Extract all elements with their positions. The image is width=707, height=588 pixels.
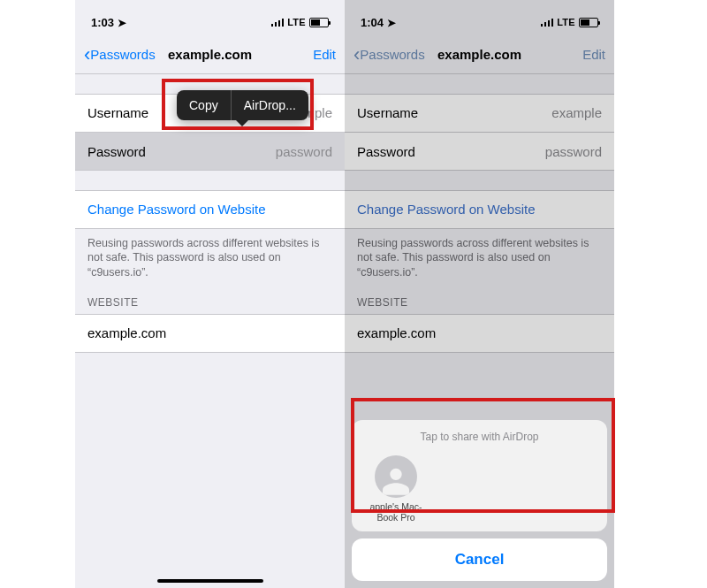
cancel-button[interactable]: Cancel (352, 538, 607, 581)
security-footer: Reusing passwords across different websi… (75, 229, 345, 285)
status-time-text: 1:03 (91, 16, 114, 29)
battery-icon (309, 18, 329, 27)
back-button[interactable]: ‹ Passwords (84, 45, 156, 65)
change-password-link[interactable]: Change Password on Website (345, 190, 614, 229)
back-label: Passwords (360, 47, 424, 62)
username-row[interactable]: Username example (345, 94, 614, 133)
nav-bar: ‹ Passwords example.com Edit (75, 35, 345, 74)
battery-icon (579, 18, 598, 27)
change-password-link[interactable]: Change Password on Website (75, 190, 345, 229)
sheet-title: Tap to share with AirDrop (361, 431, 598, 443)
airdrop-card: Tap to share with AirDrop apple's Mac-Bo… (352, 420, 607, 531)
link-label: Change Password on Website (87, 202, 266, 217)
password-row[interactable]: Password password (345, 132, 614, 171)
link-label: Change Password on Website (357, 202, 536, 217)
back-button[interactable]: ‹ Passwords (354, 45, 425, 65)
status-time: 1:03 ➤ (91, 16, 126, 29)
location-arrow-icon: ➤ (387, 17, 396, 29)
row-label: Password (357, 144, 415, 159)
location-arrow-icon: ➤ (118, 17, 126, 29)
phone-left: 1:03 ➤ LTE ‹ Passwords example.com Edit … (75, 0, 345, 588)
chevron-left-icon: ‹ (354, 45, 360, 65)
menu-airdrop[interactable]: AirDrop... (232, 90, 308, 120)
network-label: LTE (557, 17, 575, 27)
row-value: example.com (357, 325, 436, 340)
back-label: Passwords (90, 47, 155, 62)
row-label: Username (357, 105, 418, 120)
person-avatar-icon (375, 455, 417, 498)
airdrop-target-label: apple's Mac-Book Pro (369, 501, 422, 523)
context-menu: Copy AirDrop... (177, 90, 308, 120)
network-label: LTE (287, 17, 306, 27)
phone-right: 1:04 ➤ LTE ‹ Passwords example.com Edit … (345, 0, 614, 588)
signal-icon (541, 18, 554, 27)
status-bar: 1:04 ➤ LTE (345, 0, 614, 35)
edit-button[interactable]: Edit (582, 47, 605, 62)
airdrop-sheet: Tap to share with AirDrop apple's Mac-Bo… (352, 420, 607, 581)
status-right: LTE (541, 17, 598, 27)
row-label: Password (87, 144, 146, 159)
home-indicator[interactable] (157, 579, 263, 583)
website-row[interactable]: example.com (75, 314, 345, 353)
security-footer: Reusing passwords across different websi… (345, 229, 614, 285)
website-row[interactable]: example.com (345, 314, 614, 353)
status-time: 1:04 ➤ (361, 16, 396, 29)
row-value: example.com (87, 325, 166, 340)
edit-button[interactable]: Edit (313, 47, 336, 62)
row-value: password (276, 144, 332, 159)
menu-copy[interactable]: Copy (177, 90, 231, 120)
signal-icon (271, 18, 285, 27)
row-label: Username (87, 105, 148, 120)
section-header-website: WEBSITE (345, 284, 614, 314)
password-row[interactable]: Password password (75, 132, 345, 171)
status-time-text: 1:04 (361, 16, 384, 29)
row-value: password (545, 144, 602, 159)
nav-bar: ‹ Passwords example.com Edit (345, 35, 614, 74)
chevron-left-icon: ‹ (84, 45, 90, 65)
status-right: LTE (271, 17, 329, 27)
section-header-website: WEBSITE (75, 284, 345, 314)
status-bar: 1:03 ➤ LTE (75, 0, 345, 35)
airdrop-target[interactable]: apple's Mac-Book Pro (364, 455, 428, 523)
row-value: example (551, 105, 602, 120)
